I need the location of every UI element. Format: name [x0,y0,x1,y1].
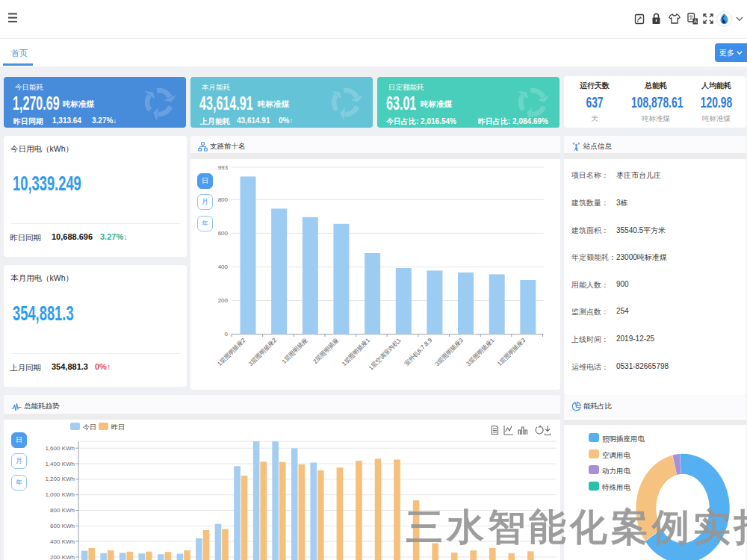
svg-text:0: 0 [225,331,229,337]
svg-text:600 KWh: 600 KWh [50,523,75,529]
svg-text:800: 800 [218,196,229,203]
svg-text:A: A [694,19,698,24]
svg-text:3层照明插座1: 3层照明插座1 [465,337,496,367]
svg-text:1,400 KWh: 1,400 KWh [45,461,75,467]
svg-text:3层照明插座3: 3层照明插座3 [434,337,465,367]
svg-text:1,000 KWh: 1,000 KWh [45,491,75,498]
svg-text:200 KWh: 200 KWh [50,554,75,560]
svg-text:400: 400 [218,264,229,270]
svg-text:993: 993 [218,164,229,171]
svg-text:室外机6.7.8.9: 室外机6.7.8.9 [403,337,434,367]
svg-text:1层照明插座1: 1层照明插座1 [341,337,371,367]
svg-text:1层空调室内机1: 1层空调室内机1 [368,337,403,372]
svg-text:800 KWh: 800 KWh [50,507,75,514]
svg-text:1层照明插座2: 1层照明插座2 [216,337,247,367]
svg-text:1层照明插座3: 1层照明插座3 [496,337,527,367]
svg-text:600: 600 [218,230,229,237]
svg-text:200: 200 [218,297,229,304]
svg-text:400 KWh: 400 KWh [50,538,75,545]
svg-text:1,200 KWh: 1,200 KWh [45,476,75,482]
svg-text:1,600 KWh: 1,600 KWh [45,445,75,452]
svg-text:2层照明插座: 2层照明插座 [312,337,341,365]
svg-text:1层照明插座: 1层照明插座 [281,337,309,365]
svg-text:3层照明插座2: 3层照明插座2 [247,337,278,367]
